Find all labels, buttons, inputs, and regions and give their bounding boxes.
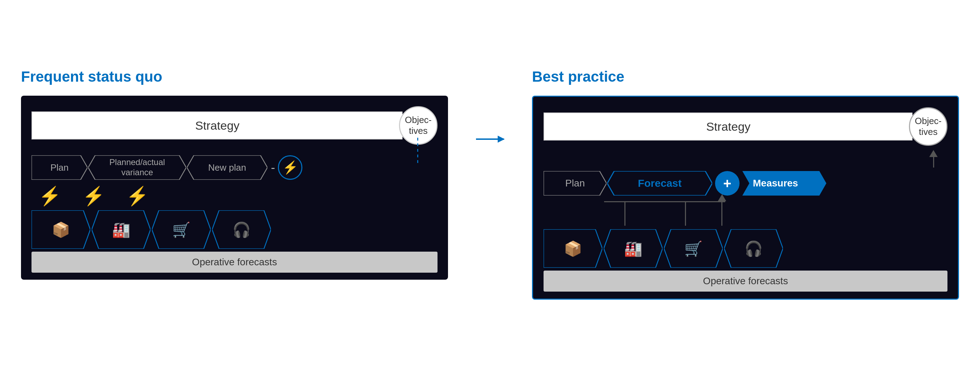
v-line-1 xyxy=(624,201,625,226)
minus-sign: - xyxy=(271,160,275,175)
left-newplan-chevron: New plan xyxy=(187,155,267,180)
left-strategy-row: Strategy Objec-tives xyxy=(32,106,438,145)
plus-icon: + xyxy=(723,176,731,191)
left-icon-headset: 🎧 xyxy=(212,210,271,249)
right-headset-icon: 🎧 xyxy=(745,240,763,257)
connector-lines xyxy=(544,201,947,226)
v-line-3 xyxy=(721,201,722,226)
right-operative-label: Operative forecasts xyxy=(544,270,947,291)
left-strategy-bar: Strategy xyxy=(32,112,402,139)
up-arrow-shape xyxy=(929,150,938,168)
lightning-2: ⚡ xyxy=(82,186,105,207)
v-line-2 xyxy=(685,201,686,226)
arrow-connector xyxy=(476,68,504,140)
right-objectives-circle: Objec-tives xyxy=(909,107,947,146)
left-panel-inner: Strategy Objec-tives Plan xyxy=(21,96,448,280)
left-panel: Frequent status quo Strategy Objec-tives xyxy=(21,68,448,280)
lightning-3: ⚡ xyxy=(126,186,149,207)
h-line xyxy=(604,201,725,202)
right-panel: Best practice Strategy Objec-tives xyxy=(532,68,959,300)
box-icon: 📦 xyxy=(52,221,70,238)
right-icon-headset: 🎧 xyxy=(724,229,783,268)
lightning-circle: ⚡ xyxy=(278,155,302,180)
right-strategy-bar: Strategy xyxy=(544,112,912,141)
up-arrow-to-objectives xyxy=(544,150,938,168)
left-plan-label: Plan xyxy=(50,162,68,173)
right-measures-chevron: Measures xyxy=(742,171,805,195)
dashed-line xyxy=(417,138,418,166)
right-forecast-chevron: Forecast xyxy=(607,171,712,195)
right-cart-icon: 🛒 xyxy=(684,240,702,257)
factory-icon: 🏭 xyxy=(112,221,130,238)
up-arrow-line xyxy=(933,157,934,168)
right-plan-label: Plan xyxy=(565,178,585,189)
left-icon-box: 📦 xyxy=(32,210,90,249)
left-operative-section: 📦 🏭 🛒 xyxy=(32,210,438,273)
left-icon-factory: 🏭 xyxy=(92,210,151,249)
lightning-1: ⚡ xyxy=(38,186,61,207)
right-panel-inner: Strategy Objec-tives xyxy=(532,96,959,300)
right-plan-chevron: Plan xyxy=(544,171,606,195)
left-process-row: Plan Planned/actualvariance New plan xyxy=(32,155,438,180)
lightning-icon: ⚡ xyxy=(282,160,298,175)
right-forecast-label: Forecast xyxy=(638,178,681,189)
left-panel-title: Frequent status quo xyxy=(21,68,448,85)
right-panel-title: Best practice xyxy=(532,68,959,85)
left-lightning-row: ⚡ ⚡ ⚡ xyxy=(32,186,438,207)
left-icons-row: 📦 🏭 🛒 xyxy=(32,210,438,249)
right-strategy-row: Strategy Objec-tives xyxy=(544,107,947,146)
right-operative-section: 📦 🏭 🛒 xyxy=(544,229,947,291)
right-icons-row: 📦 🏭 🛒 xyxy=(544,229,947,268)
left-variance-label: Planned/actualvariance xyxy=(110,157,165,178)
left-variance-chevron: Planned/actualvariance xyxy=(88,155,186,180)
left-objectives-circle: Objec-tives xyxy=(399,106,438,145)
main-container: Frequent status quo Strategy Objec-tives xyxy=(0,54,980,314)
right-measures-label: Measures xyxy=(742,178,805,189)
up-arrow-head xyxy=(929,150,938,157)
cart-icon: 🛒 xyxy=(172,221,190,238)
right-box-icon: 📦 xyxy=(564,240,582,257)
arrow-right-shape xyxy=(476,138,504,140)
right-factory-icon: 🏭 xyxy=(624,240,642,257)
right-icon-factory: 🏭 xyxy=(604,229,663,268)
left-newplan-label: New plan xyxy=(208,162,246,173)
right-icon-cart: 🛒 xyxy=(664,229,723,268)
up-arrow-connector xyxy=(718,194,726,201)
right-process-row: Plan Forecast + xyxy=(544,171,947,195)
right-icon-box: 📦 xyxy=(544,229,602,268)
left-plan-chevron: Plan xyxy=(32,155,88,180)
headset-icon: 🎧 xyxy=(232,221,251,238)
plus-circle: + xyxy=(715,171,740,195)
left-operative-label: Operative forecasts xyxy=(32,252,438,273)
left-icon-cart: 🛒 xyxy=(152,210,211,249)
